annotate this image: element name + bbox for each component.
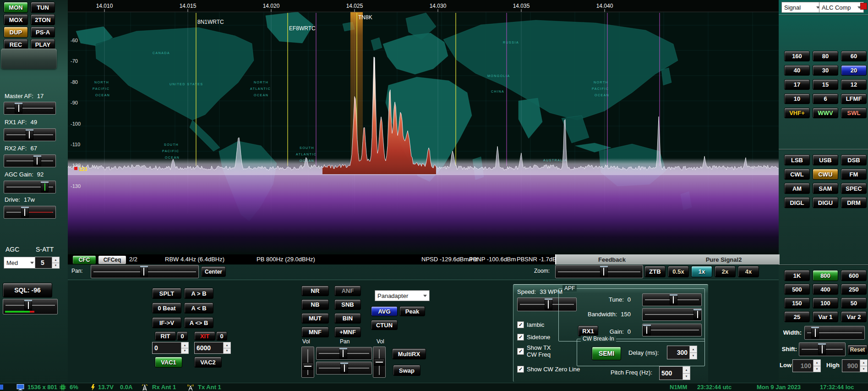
meter-signal-dropdown[interactable]: Signal xyxy=(781,2,823,13)
filter-50-button[interactable]: 50 xyxy=(841,297,867,308)
2ton-button[interactable]: 2TON xyxy=(31,14,55,25)
band-wwv-button[interactable]: WWV xyxy=(813,108,838,118)
band-30-button[interactable]: 30 xyxy=(813,65,838,76)
filter-var-1-button[interactable]: Var 1 xyxy=(813,311,838,322)
mode-cwu-button[interactable]: CWU xyxy=(813,169,838,180)
rit-value-field[interactable]: 0 ▲▼ xyxy=(152,342,189,354)
dsp-nb-button[interactable]: NB xyxy=(301,299,329,310)
mode-dsb-button[interactable]: DSB xyxy=(841,154,867,165)
rit-zero-button[interactable]: 0 xyxy=(177,331,188,341)
band-6-button[interactable]: 6 xyxy=(813,94,838,104)
rit-button[interactable]: RIT xyxy=(155,331,176,341)
rx2-af-slider[interactable] xyxy=(4,154,56,167)
mode-digu-button[interactable]: DIGU xyxy=(813,197,838,208)
ctun-button[interactable]: CTUN xyxy=(371,320,398,330)
tx-antenna-readout[interactable]: Tx Ant 1 xyxy=(198,384,221,391)
band-15-button[interactable]: 15 xyxy=(813,79,838,90)
zoom-slider[interactable] xyxy=(555,265,643,278)
xit-button[interactable]: XIT xyxy=(194,331,215,341)
zoom-4x-button[interactable]: 4x xyxy=(738,266,759,277)
xit-zero-button[interactable]: 0 xyxy=(216,331,227,341)
panadapter-display[interactable]: CANADAUNITED STATESNORTHPACIFICOCEANNORT… xyxy=(68,0,779,254)
rx1-vol-slider[interactable] xyxy=(301,347,314,378)
cfceq-button[interactable]: CFCeq xyxy=(98,255,126,264)
sql-slider[interactable] xyxy=(3,299,58,314)
alc-comp-dropdown[interactable]: ALC Comp xyxy=(819,2,864,13)
mox-button[interactable]: MOX xyxy=(4,14,28,25)
zoom-2x-button[interactable]: 2x xyxy=(715,266,736,277)
band-swl-button[interactable]: SWL xyxy=(841,108,867,118)
filter-25-button[interactable]: 25 xyxy=(784,311,810,322)
dsp-bin-button[interactable]: BIN xyxy=(334,313,361,324)
peak-button[interactable]: Peak xyxy=(399,306,425,316)
filter-var-2-button[interactable]: Var 2 xyxy=(841,311,867,322)
rx1-af-slider[interactable] xyxy=(4,128,56,141)
shift-reset-button[interactable]: Reset xyxy=(847,345,868,355)
stepper-arrows[interactable]: ▲▼ xyxy=(181,342,188,353)
band-17-button[interactable]: 17 xyxy=(784,79,810,90)
drive-slider[interactable] xyxy=(4,206,56,219)
pure-signal2-label[interactable]: Pure Signal2 xyxy=(668,256,780,263)
swap-button[interactable]: Swap xyxy=(393,365,420,376)
mode-lsb-button[interactable]: LSB xyxy=(784,154,810,165)
mode-am-button[interactable]: AM xyxy=(784,183,810,194)
rx-antenna-readout[interactable]: Rx Ant 1 xyxy=(152,384,176,391)
dup-button[interactable]: DUP xyxy=(4,27,28,38)
ps-a-button[interactable]: PS-A xyxy=(31,27,55,38)
filter-width-slider[interactable] xyxy=(804,326,865,340)
s-att-stepper[interactable]: 5 ▲▼ xyxy=(35,257,60,269)
display-mode-dropdown[interactable]: Panadapter xyxy=(375,290,430,301)
band-lfmf-button[interactable]: LFMF xyxy=(841,94,867,104)
semi-breakin-button[interactable]: SEMI xyxy=(592,347,621,360)
filter-high-stepper[interactable]: 900 ▲▼ xyxy=(842,359,868,372)
delay-stepper[interactable]: 300 ▲▼ xyxy=(667,346,697,359)
feedback-label[interactable]: Feedback xyxy=(556,256,668,263)
pitch-freq-stepper[interactable]: 500 ▲▼ xyxy=(659,366,690,380)
band-80-button[interactable]: 80 xyxy=(813,51,838,61)
zoom-ztb-button[interactable]: ZTB xyxy=(644,266,666,277)
zoom-1x-button[interactable]: 1x xyxy=(691,266,712,277)
band-160-button[interactable]: 160 xyxy=(784,51,810,61)
vfo-a-b-button[interactable]: A < B xyxy=(184,303,213,314)
dsp-snb-button[interactable]: SNB xyxy=(334,299,361,310)
zoom-0-5x-button[interactable]: 0.5x xyxy=(668,266,689,277)
pan-slider[interactable] xyxy=(91,265,199,278)
rx2-vol-slider[interactable] xyxy=(373,347,386,378)
band-12-button[interactable]: 12 xyxy=(841,79,867,90)
vfo-splt-button[interactable]: SPLT xyxy=(152,288,181,299)
mode-usb-button[interactable]: USB xyxy=(813,154,838,165)
master-af-slider[interactable] xyxy=(4,102,56,115)
cfc-button[interactable]: CFC xyxy=(72,255,96,264)
stepper-arrows[interactable]: ▲▼ xyxy=(682,367,690,380)
center-button[interactable]: Center xyxy=(201,266,226,277)
mode-drm-button[interactable]: DRM xyxy=(841,197,867,208)
filter-shift-slider[interactable] xyxy=(799,342,846,356)
dsp-anf-button[interactable]: ANF xyxy=(334,286,361,296)
agc-mode-dropdown[interactable]: Med xyxy=(4,257,37,269)
mode-fm-button[interactable]: FM xyxy=(841,169,867,180)
stepper-arrows[interactable]: ▲▼ xyxy=(813,360,820,372)
mon-button[interactable]: MON xyxy=(4,2,28,13)
band-20-button[interactable]: 20 xyxy=(841,65,867,76)
iambic-checkbox[interactable]: ✓Iambic xyxy=(517,321,544,328)
sidetone-checkbox[interactable]: ✓Sidetone xyxy=(517,334,550,341)
multirx-button[interactable]: MultiRX xyxy=(392,348,426,359)
vfo-if-v-button[interactable]: IF->V xyxy=(152,317,181,328)
show-tx-cw-freq-checkbox[interactable]: ✓ Show TXCW Freq xyxy=(517,344,551,358)
mode-digl-button[interactable]: DIGL xyxy=(784,197,810,208)
stepper-arrows[interactable]: ▲▼ xyxy=(689,346,697,359)
mode-sam-button[interactable]: SAM xyxy=(813,183,838,194)
apf-tune-slider[interactable] xyxy=(642,293,702,306)
mode-cwl-button[interactable]: CWL xyxy=(784,169,810,180)
apf-rx1-button[interactable]: RX1 xyxy=(578,325,598,336)
rx1-pan-slider[interactable] xyxy=(316,347,372,360)
rx2-pan-slider[interactable] xyxy=(316,362,372,374)
agc-gain-slider[interactable] xyxy=(4,181,56,193)
filter-100-button[interactable]: 100 xyxy=(813,297,838,308)
dsp-nr-button[interactable]: NR xyxy=(301,286,329,296)
band-10-button[interactable]: 10 xyxy=(784,94,810,104)
vac1-button[interactable]: VAC1 xyxy=(155,357,182,368)
sql-button[interactable]: SQL: -96 xyxy=(3,283,52,297)
apf-bandwidth-slider[interactable] xyxy=(642,308,702,321)
band-60-button[interactable]: 60 xyxy=(841,51,867,61)
